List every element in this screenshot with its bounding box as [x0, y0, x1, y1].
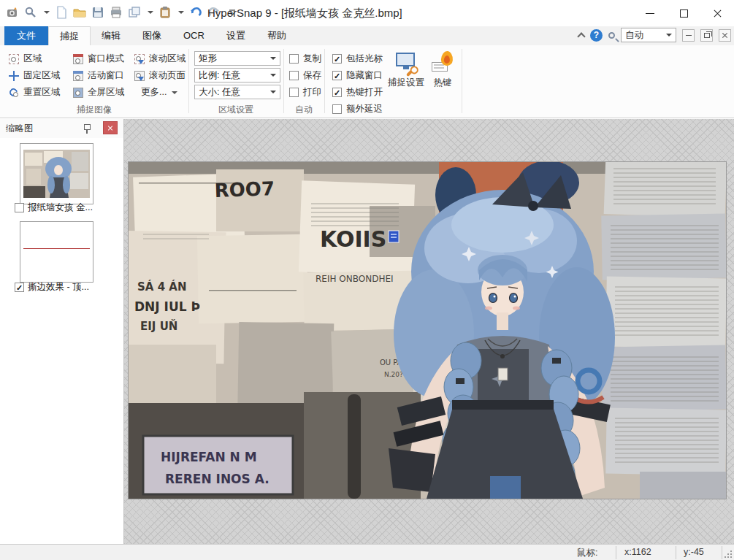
region-capture-icon [8, 53, 20, 65]
document-minimize-button[interactable] [682, 29, 695, 42]
shape-select[interactable]: 矩形 [194, 51, 280, 66]
minimize-button[interactable] [633, 0, 667, 26]
thumbnail-item-newspaper-girl[interactable]: 报纸墙女孩 金... [15, 202, 93, 214]
capture-region-button[interactable]: 区域 [6, 51, 44, 66]
auto-save-checkbox[interactable]: 保存 [289, 69, 321, 82]
thumbnail-item-tear-effect[interactable]: ✓ 撕边效果 - 顶... [15, 281, 89, 294]
button-label: 滚动区域 [149, 53, 186, 65]
view-zoom-icon[interactable] [608, 32, 615, 39]
zoom-level-select[interactable]: 自动 [621, 28, 676, 42]
wall-text: SÁ 4 ÁN [137, 280, 186, 294]
close-button[interactable] [700, 0, 734, 26]
capture-fullscreen-button[interactable]: 全屏区域 [70, 85, 126, 100]
maximize-button[interactable] [667, 0, 700, 26]
thumbnail-panel-header: 缩略图 [0, 119, 123, 138]
captured-image: ROO7 KOIIS REIH ONBONDHEI SÁ 4 ÁN DNJ IU… [129, 162, 726, 499]
tab-settings[interactable]: 设置 [215, 26, 256, 45]
close-icon [713, 9, 722, 18]
captured-image-canvas[interactable]: ROO7 KOIIS REIH ONBONDHEI SÁ 4 ÁN DNJ IU… [129, 162, 726, 499]
window-title: HyperSnap 9 - [报纸墙女孩 金克丝.bmp] [207, 7, 402, 20]
checkbox [332, 104, 342, 114]
copy-icon[interactable] [128, 6, 141, 19]
paste-dropdown-icon[interactable] [178, 11, 184, 14]
extra-delay-checkbox[interactable]: 额外延迟 [332, 103, 383, 115]
capture-settings-button[interactable]: 捕捉设置 [386, 51, 427, 89]
hotkey-enabled-checkbox[interactable]: ✓ 热键打开 [332, 86, 383, 99]
minimize-icon [646, 13, 654, 14]
save-floppy-icon[interactable] [91, 6, 104, 19]
chevron-down-icon [666, 34, 672, 37]
tab-image[interactable]: 图像 [131, 26, 172, 45]
checkbox: ✓ [332, 54, 342, 64]
tab-capture[interactable]: 捕捉 [48, 26, 91, 45]
tab-edit[interactable]: 编辑 [91, 26, 131, 45]
paste-clipboard-icon[interactable] [158, 6, 172, 19]
capture-window-mode-button[interactable]: 窗口模式 [70, 51, 126, 66]
close-icon [722, 32, 728, 39]
tear-line [23, 248, 90, 249]
checkbox[interactable]: ✓ [15, 283, 24, 292]
zoom-magnifier-icon[interactable] [24, 6, 37, 19]
document-close-button[interactable] [719, 29, 731, 42]
copy-dropdown-icon[interactable] [148, 11, 153, 14]
ratio-select[interactable]: 比例: 任意 [194, 68, 280, 83]
fixed-region-icon [8, 70, 20, 82]
button-label: 重置区域 [23, 86, 60, 99]
checkbox [289, 88, 299, 97]
thumbnail-label: 报纸墙女孩 金... [28, 202, 93, 214]
checkbox-label: 打印 [303, 86, 321, 99]
panel-close-button[interactable] [103, 121, 118, 134]
capture-fixed-region-button[interactable]: 固定区域 [6, 68, 62, 83]
select-value: 比例: 任意 [199, 69, 240, 82]
button-label: 固定区域 [23, 69, 60, 82]
capture-reset-region-button[interactable]: 重置区域 [6, 85, 62, 100]
chevron-down-icon [270, 74, 276, 77]
hide-window-checkbox[interactable]: ✓ 隐藏窗口 [332, 69, 383, 82]
collapse-ribbon-icon[interactable] [577, 32, 585, 40]
resize-grip[interactable] [723, 551, 732, 559]
tab-help[interactable]: 帮助 [256, 26, 297, 45]
capture-scroll-region-button[interactable]: 滚动区域 [131, 51, 188, 66]
ribbon-tab-row: 文件 捕捉 编辑 图像 OCR 设置 帮助 ? 自动 [0, 26, 734, 45]
open-folder-icon[interactable] [73, 6, 86, 19]
zoom-dropdown-icon[interactable] [44, 11, 50, 14]
auto-copy-checkbox[interactable]: 复制 [289, 53, 321, 65]
restore-icon [704, 33, 710, 38]
group-label-region-settings: 区域设置 [188, 104, 283, 116]
pin-icon[interactable] [83, 123, 91, 134]
thumbnail-label: 撕边效果 - 顶... [28, 281, 89, 294]
thumbnail-newspaper-girl[interactable] [20, 143, 93, 204]
undo-icon[interactable] [189, 6, 202, 19]
chevron-down-icon [270, 91, 276, 93]
wall-text: EIJ UŇ [140, 319, 177, 333]
checkbox: ✓ [332, 88, 342, 97]
button-label: 全屏区域 [88, 86, 124, 99]
eye [489, 294, 497, 303]
help-icon[interactable]: ? [590, 29, 603, 42]
checkbox[interactable] [15, 203, 24, 212]
document-restore-button[interactable] [700, 29, 713, 42]
new-document-icon[interactable] [55, 6, 68, 19]
include-cursor-checkbox[interactable]: ✓ 包括光标 [332, 53, 383, 65]
button-label: 滚动页面 [149, 69, 186, 82]
capture-active-window-button[interactable]: 活动窗口 [70, 68, 126, 83]
tab-ocr[interactable]: OCR [172, 26, 215, 45]
print-icon[interactable] [110, 6, 123, 19]
scroll-page-icon [134, 70, 145, 82]
editor-workspace[interactable]: ROO7 KOIIS REIH ONBONDHEI SÁ 4 ÁN DNJ IU… [124, 119, 734, 544]
sign-text: REREN INOS A. [165, 472, 269, 486]
capture-scroll-page-button[interactable]: 滚动页面 [131, 68, 188, 83]
hotkey-button[interactable]: 热键 [428, 51, 457, 89]
sign-text: HIJREFAN N M [161, 450, 257, 464]
checkbox-label: 额外延迟 [346, 103, 383, 115]
thumbnail-image [23, 147, 90, 201]
thumbnail-tear-effect[interactable] [20, 221, 93, 283]
checkbox [289, 71, 299, 80]
capture-more-button[interactable]: 更多... [139, 85, 180, 100]
auto-print-checkbox[interactable]: 打印 [289, 86, 321, 99]
size-select[interactable]: 大小: 任意 [194, 85, 280, 99]
tab-file[interactable]: 文件 [4, 26, 48, 45]
capture-camera-icon[interactable] [6, 6, 19, 19]
select-value: 矩形 [199, 53, 217, 65]
button-label: 捕捉设置 [388, 77, 424, 89]
